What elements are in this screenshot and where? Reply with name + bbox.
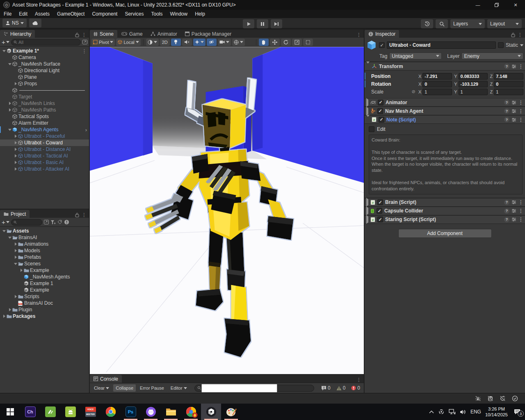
taskbar-unity[interactable]: [201, 404, 221, 420]
panel-expand-icon[interactable]: [44, 220, 49, 224]
hierarchy-item-ultrabot-peaceful[interactable]: Ultrabot - Peaceful: [0, 133, 89, 139]
taskbar-desk-app[interactable]: [40, 404, 60, 420]
foldout-arrow[interactable]: [7, 102, 12, 105]
help-icon[interactable]: ?: [504, 64, 509, 69]
scale-x-field[interactable]: 1: [422, 89, 452, 95]
status-check-icon[interactable]: [510, 395, 519, 403]
panel-menu-icon[interactable]: ⋮: [518, 32, 523, 38]
component-enabled-checkbox[interactable]: [377, 199, 383, 205]
project-item-navmesh-agents[interactable]: _NavMesh Agents: [0, 274, 89, 280]
component-enabled-checkbox[interactable]: [379, 117, 384, 123]
notification-center-button[interactable]: 3: [514, 409, 521, 415]
static-checkbox[interactable]: [498, 42, 504, 48]
component-enabled-checkbox[interactable]: [377, 208, 382, 214]
menu-services[interactable]: Services: [121, 10, 147, 18]
presets-icon[interactable]: [511, 208, 516, 213]
console-info-toggle[interactable]: 0: [319, 385, 333, 391]
menu-assets[interactable]: Assets: [31, 10, 53, 18]
hierarchy-item-ultrabot-attacker-ai[interactable]: Ultrabot - Attacker AI: [0, 166, 89, 172]
console-search-input[interactable]: [201, 384, 277, 393]
project-item-animations[interactable]: Animations: [0, 241, 89, 247]
console-editor-dropdown[interactable]: Editor: [168, 384, 189, 392]
help-icon[interactable]: ?: [504, 217, 509, 222]
taskbar-android-app[interactable]: [60, 404, 80, 420]
foldout-arrow[interactable]: [13, 256, 18, 259]
menu-component[interactable]: Component: [88, 10, 121, 18]
foldout-arrow[interactable]: [7, 308, 12, 311]
undo-history-button[interactable]: [421, 19, 433, 28]
foldout-arrow[interactable]: [2, 50, 7, 52]
close-button[interactable]: ✕: [506, 0, 525, 10]
foldout-arrow[interactable]: [2, 315, 7, 318]
foldout-arrow[interactable]: [13, 263, 18, 265]
component-nav-mesh-agent[interactable]: Nav Mesh Agent?⋮: [365, 107, 525, 115]
tab-console[interactable]: Console: [90, 375, 122, 383]
presets-icon[interactable]: [511, 64, 516, 69]
menu-file[interactable]: File: [0, 10, 15, 18]
project-item-brainsai-doc[interactable]: PDFBrainsAI Doc: [0, 300, 89, 306]
component-menu-icon[interactable]: ⋮: [518, 108, 523, 114]
prefab-open-chevron[interactable]: ›: [85, 127, 87, 133]
project-item-example-1[interactable]: Example 1: [0, 280, 89, 287]
foldout-arrow[interactable]: [7, 108, 12, 112]
menu-window[interactable]: Window: [166, 10, 191, 18]
foldout-arrow[interactable]: [13, 249, 18, 252]
project-search-input[interactable]: [18, 220, 40, 225]
presets-icon[interactable]: [511, 100, 516, 105]
rect-tool[interactable]: [303, 39, 313, 46]
console-warning-toggle[interactable]: 0: [334, 385, 348, 391]
move-tool[interactable]: [270, 39, 280, 46]
unlock-icon[interactable]: [75, 212, 79, 217]
console-error-toggle[interactable]: 0: [349, 385, 362, 391]
menu-gameobject[interactable]: GameObject: [53, 10, 88, 18]
prefab-cube-icon[interactable]: [366, 40, 377, 50]
debugger-disabled-icon[interactable]: [473, 395, 482, 403]
console-collapse-toggle[interactable]: Collapse: [113, 384, 136, 392]
volume-icon[interactable]: [460, 409, 466, 415]
taskbar-voicemeeter[interactable]: VOICE MEETER: [80, 404, 100, 420]
panel-menu-icon[interactable]: ⋮: [82, 212, 87, 218]
minimize-button[interactable]: —: [468, 0, 487, 10]
project-item-brainsai[interactable]: BrainsAI: [0, 234, 89, 241]
component-brain-script[interactable]: #Brain (Script)?⋮: [365, 198, 525, 207]
scale-z-field[interactable]: 1: [494, 89, 523, 95]
foldout-arrow[interactable]: [2, 230, 7, 232]
network-icon[interactable]: [449, 409, 456, 415]
search-by-label-icon[interactable]: [57, 220, 62, 225]
taskbar-chrome-profile[interactable]: [181, 404, 201, 420]
pause-button[interactable]: [257, 19, 268, 28]
component-menu-icon[interactable]: ⋮: [518, 100, 523, 105]
component-capsule-collider[interactable]: Capsule Collider?⋮: [365, 207, 525, 215]
layer-dropdown[interactable]: Enemy: [461, 52, 523, 59]
tray-chevron-icon[interactable]: [429, 410, 434, 413]
help-icon[interactable]: ?: [504, 200, 509, 205]
hierarchy-item-navmesh-links[interactable]: _NavMesh Links: [0, 100, 89, 107]
refresh-disabled-icon[interactable]: [498, 395, 507, 403]
create-add-button[interactable]: +: [2, 39, 9, 46]
scale-y-field[interactable]: 1: [459, 89, 488, 95]
position-y-field[interactable]: 0.083333: [459, 73, 488, 80]
taskbar-chrome[interactable]: [100, 404, 121, 420]
help-icon[interactable]: ?: [504, 100, 509, 105]
help-icon[interactable]: ?: [504, 108, 509, 114]
component-enabled-checkbox[interactable]: [377, 217, 383, 222]
effects-dropdown-toggle[interactable]: [193, 39, 205, 46]
hierarchy-item-target[interactable]: Target: [0, 94, 89, 100]
panel-menu-icon[interactable]: ⋮: [82, 32, 87, 38]
help-icon[interactable]: ?: [504, 117, 509, 122]
presets-icon[interactable]: [511, 200, 516, 205]
console-clear-button[interactable]: Clear: [91, 384, 112, 392]
project-item-scripts[interactable]: Scripts: [0, 293, 89, 300]
foldout-arrow[interactable]: [366, 117, 370, 123]
foldout-arrow[interactable]: [13, 242, 18, 246]
foldout-arrow[interactable]: [19, 269, 24, 272]
project-search[interactable]: [11, 219, 42, 226]
view-tool-hand[interactable]: [259, 39, 269, 46]
language-indicator[interactable]: ENG: [470, 409, 481, 415]
presets-icon[interactable]: [511, 217, 516, 222]
console-error-pause-toggle[interactable]: Error Pause: [137, 384, 167, 392]
presets-icon[interactable]: [511, 109, 516, 114]
restore-button[interactable]: [487, 0, 506, 10]
component-transform[interactable]: Transform ? ⋮: [365, 62, 525, 71]
tab-package-manager[interactable]: Package Manager: [181, 30, 235, 38]
